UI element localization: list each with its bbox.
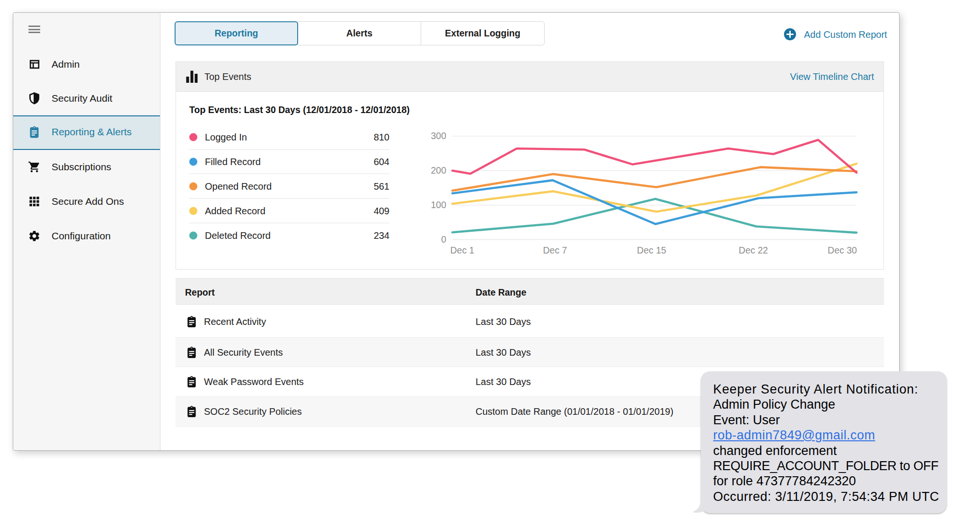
- svg-text:Dec 1: Dec 1: [450, 245, 475, 255]
- svg-text:300: 300: [431, 131, 446, 141]
- svg-text:Dec 30: Dec 30: [828, 245, 857, 255]
- svg-text:Dec 7: Dec 7: [543, 245, 567, 255]
- svg-text:0: 0: [441, 234, 446, 245]
- svg-text:200: 200: [431, 165, 446, 175]
- svg-text:100: 100: [431, 200, 446, 210]
- svg-text:Dec 22: Dec 22: [739, 245, 768, 255]
- svg-text:Dec 15: Dec 15: [637, 245, 666, 255]
